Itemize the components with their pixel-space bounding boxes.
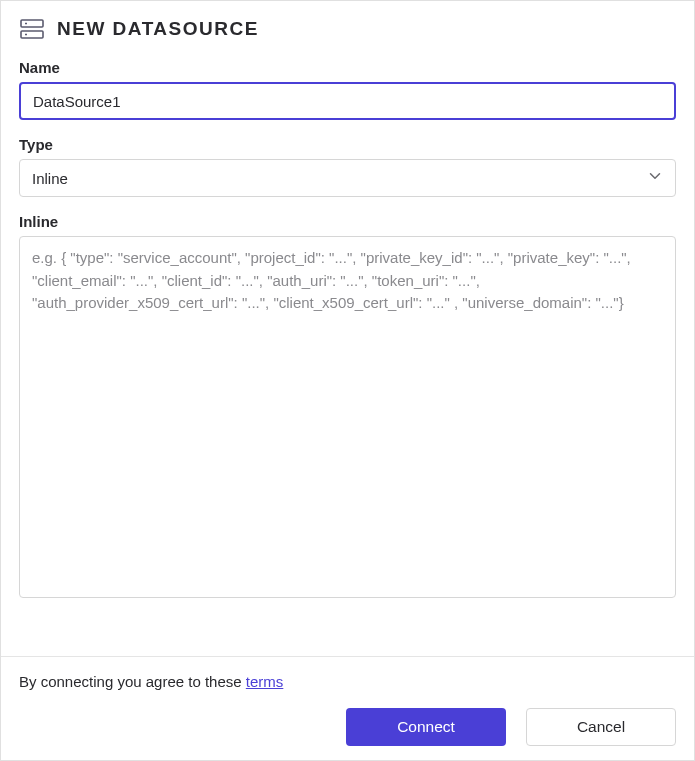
type-selected-value: Inline (32, 170, 68, 187)
panel-title: NEW DATASOURCE (57, 18, 259, 40)
type-select-wrap: Inline (19, 159, 676, 197)
inline-field: Inline (19, 213, 676, 646)
name-label: Name (19, 59, 676, 76)
type-select[interactable]: Inline (19, 159, 676, 197)
agreement-text-row: By connecting you agree to these terms (19, 673, 676, 690)
form-body: Name Type Inline Inline (1, 53, 694, 656)
type-label: Type (19, 136, 676, 153)
panel-footer: By connecting you agree to these terms C… (1, 656, 694, 760)
name-input[interactable] (19, 82, 676, 120)
svg-rect-0 (21, 20, 43, 27)
type-field: Type Inline (19, 136, 676, 197)
cancel-button[interactable]: Cancel (526, 708, 676, 746)
inline-textarea[interactable] (19, 236, 676, 598)
button-row: Connect Cancel (19, 708, 676, 746)
datasource-icon (19, 17, 45, 41)
connect-button[interactable]: Connect (346, 708, 506, 746)
inline-label: Inline (19, 213, 676, 230)
name-field: Name (19, 59, 676, 120)
new-datasource-panel: NEW DATASOURCE Name Type Inline Inline (0, 0, 695, 761)
panel-header: NEW DATASOURCE (1, 1, 694, 53)
svg-rect-1 (21, 31, 43, 38)
agreement-text: By connecting you agree to these (19, 673, 246, 690)
terms-link[interactable]: terms (246, 673, 284, 690)
